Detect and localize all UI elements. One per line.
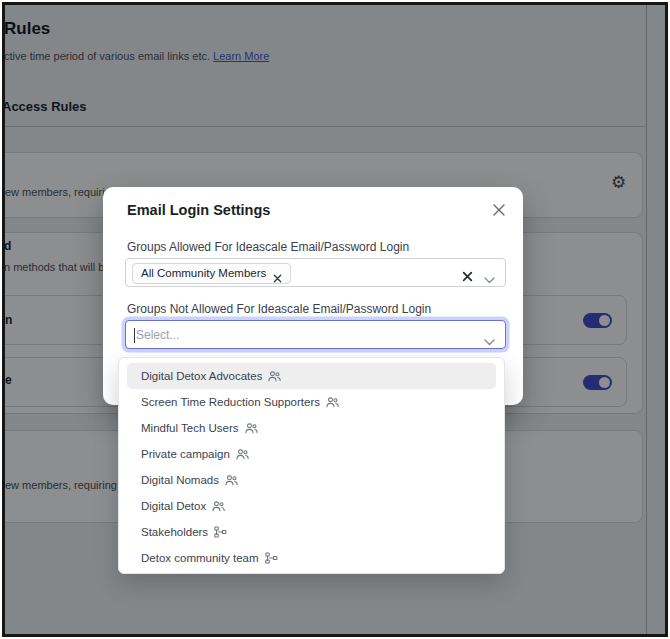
hierarchy-icon	[214, 526, 227, 538]
users-icon	[268, 370, 281, 382]
hierarchy-icon	[265, 552, 278, 564]
dropdown-item-label: Stakeholders	[141, 526, 208, 538]
groups-dropdown-menu: Digital Detox Advocates Screen Time Redu…	[118, 357, 505, 574]
chevron-down-icon[interactable]	[484, 332, 495, 339]
dropdown-item[interactable]: Stakeholders	[127, 519, 496, 545]
users-icon	[236, 448, 249, 460]
tag-remove-icon[interactable]	[273, 269, 282, 278]
users-icon	[245, 422, 258, 434]
not-allowed-groups-select[interactable]: Select...	[125, 320, 506, 349]
dropdown-item[interactable]: Detox community team	[127, 545, 496, 571]
dropdown-item[interactable]: Screen Time Reduction Supporters	[127, 389, 496, 415]
chevron-down-icon[interactable]	[484, 270, 495, 277]
dropdown-item[interactable]: Digital Detox Advocates	[127, 363, 496, 389]
clear-selection-icon[interactable]	[462, 268, 473, 279]
text-caret	[134, 328, 135, 343]
users-icon	[225, 474, 238, 486]
selected-group-tag: All Community Members	[132, 263, 291, 284]
dropdown-item-label: Private campaign	[141, 448, 230, 460]
not-allowed-groups-label: Groups Not Allowed For Ideascale Email/P…	[127, 302, 431, 316]
dropdown-item-label: Screen Time Reduction Supporters	[141, 396, 320, 408]
dropdown-item[interactable]: Digital Nomads	[127, 467, 496, 493]
allowed-groups-select[interactable]: All Community Members	[125, 258, 506, 287]
select-placeholder: Select...	[136, 328, 179, 342]
dropdown-item-label: Mindful Tech Users	[141, 422, 239, 434]
dropdown-item-label: Detox community team	[141, 552, 259, 564]
dropdown-item-label: Digital Detox Advocates	[141, 370, 262, 382]
dropdown-item[interactable]: Mindful Tech Users	[127, 415, 496, 441]
dropdown-item[interactable]: Private campaign	[127, 441, 496, 467]
users-icon	[326, 396, 339, 408]
canvas: Rules ctive time period of various email…	[2, 2, 668, 637]
screenshot-frame: Rules ctive time period of various email…	[2, 2, 668, 637]
dropdown-item-label: Digital Detox	[141, 500, 206, 512]
users-icon	[212, 500, 225, 512]
selected-group-tag-label: All Community Members	[141, 267, 266, 279]
dropdown-item-label: Digital Nomads	[141, 474, 219, 486]
close-icon[interactable]	[491, 202, 507, 218]
dropdown-item[interactable]: Digital Detox	[127, 493, 496, 519]
allowed-groups-label: Groups Allowed For Ideascale Email/Passw…	[127, 240, 409, 254]
modal-title: Email Login Settings	[127, 202, 270, 218]
